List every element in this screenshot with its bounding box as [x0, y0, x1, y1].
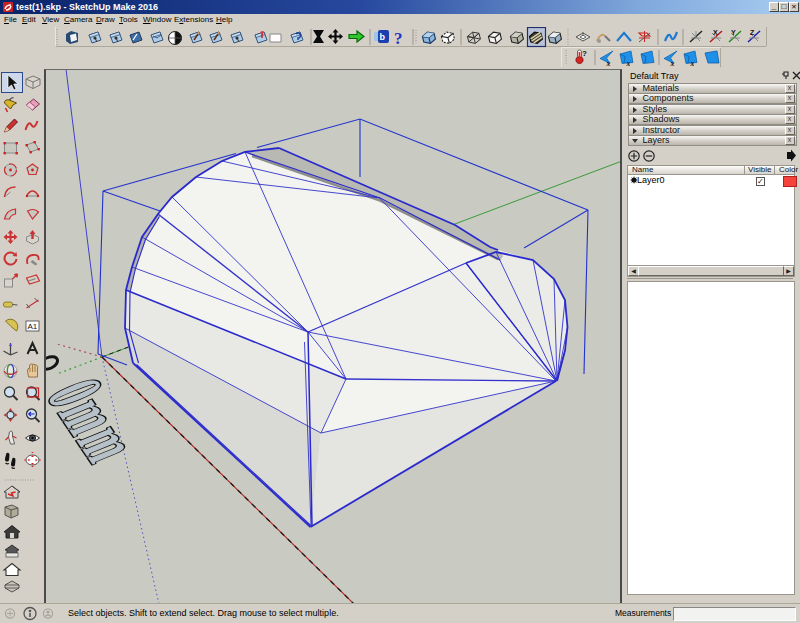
svg-text:?: ?	[394, 29, 403, 48]
svg-text:X: X	[713, 29, 718, 36]
svg-text:b: b	[380, 32, 386, 42]
svg-text:x: x	[626, 59, 631, 68]
svg-text:x: x	[606, 59, 611, 68]
svg-text:Y: Y	[731, 29, 736, 36]
svg-text:?: ?	[582, 49, 587, 58]
svg-text:x: x	[670, 59, 675, 68]
svg-text:A1: A1	[28, 322, 38, 331]
svg-text:0mm: 0mm	[46, 368, 160, 473]
svg-text:Z: Z	[750, 29, 755, 36]
svg-text:x: x	[690, 59, 695, 68]
